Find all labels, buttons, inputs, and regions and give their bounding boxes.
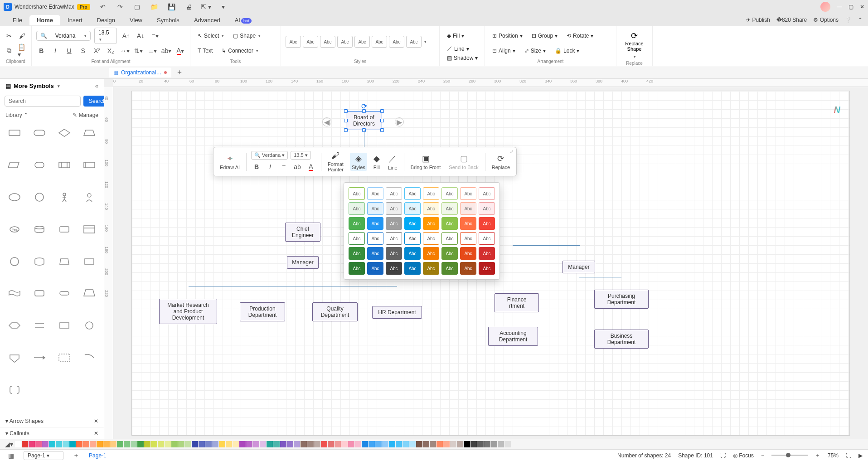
float-italic-icon[interactable]: I — [265, 161, 276, 172]
color-swatch[interactable] — [76, 441, 82, 447]
strike-icon[interactable]: S — [78, 45, 88, 56]
color-swatch[interactable] — [239, 441, 246, 447]
presentation-icon[interactable]: ▶ — [858, 452, 863, 459]
color-swatch[interactable] — [56, 441, 62, 447]
share-button[interactable]: �820 Share — [776, 17, 807, 23]
color-swatch[interactable] — [348, 441, 354, 447]
style-preset[interactable]: Abc — [320, 36, 335, 48]
color-swatch[interactable] — [375, 441, 382, 447]
org-box-purchasing[interactable]: Purchasing Department — [594, 290, 649, 309]
style-cell[interactable]: Abc — [441, 262, 458, 275]
add-page-icon[interactable]: ＋ — [71, 450, 82, 461]
bullets-icon[interactable]: ≣▾ — [147, 45, 158, 56]
float-line-button[interactable]: ／Line — [386, 152, 399, 171]
shape-stencil[interactable] — [78, 221, 100, 238]
shape-stencil[interactable] — [53, 349, 76, 366]
shape-stencil[interactable] — [29, 317, 51, 334]
color-swatch[interactable] — [477, 441, 484, 447]
shape-stencil[interactable] — [4, 253, 26, 270]
style-cell[interactable]: Abc — [423, 232, 439, 245]
menu-home[interactable]: Home — [29, 15, 60, 25]
subscript-icon[interactable]: X₂ — [106, 45, 116, 56]
style-preset[interactable]: Abc — [354, 36, 370, 48]
shape-stencil[interactable] — [78, 189, 100, 205]
text-button[interactable]: T Text — [195, 46, 215, 55]
style-cell[interactable]: Abc — [423, 202, 439, 215]
shape-stencil[interactable] — [78, 285, 100, 301]
color-swatch[interactable] — [22, 441, 28, 447]
style-cell[interactable]: Abc — [367, 187, 383, 200]
maximize-icon[interactable]: ▢ — [849, 4, 853, 10]
menu-design[interactable]: Design — [90, 15, 122, 25]
menu-symbols[interactable]: Symbols — [150, 15, 187, 25]
style-cell[interactable]: Abc — [441, 187, 458, 200]
style-cell[interactable]: Abc — [367, 232, 383, 245]
color-swatch[interactable] — [131, 441, 137, 447]
style-cell[interactable]: Abc — [386, 217, 402, 230]
page-link[interactable]: Page-1 — [89, 452, 107, 459]
color-swatch[interactable] — [328, 441, 334, 447]
style-cell[interactable]: Abc — [349, 247, 365, 260]
float-format-painter-button[interactable]: 🖌Format Painter — [326, 150, 345, 173]
color-swatch[interactable] — [178, 441, 184, 447]
zoom-in-icon[interactable]: ＋ — [815, 451, 820, 459]
zoom-out-icon[interactable]: − — [761, 452, 764, 459]
color-swatch[interactable] — [287, 441, 293, 447]
style-cell[interactable]: Abc — [349, 187, 365, 200]
style-cell[interactable]: Abc — [479, 247, 495, 260]
style-cell[interactable]: Abc — [349, 232, 365, 245]
shape-stencil[interactable] — [29, 253, 51, 270]
panel-collapse-icon[interactable]: « — [95, 82, 98, 89]
export-icon[interactable]: ⇱ ▾ — [201, 1, 212, 12]
style-cell[interactable]: Abc — [349, 202, 365, 215]
color-swatch[interactable] — [389, 441, 395, 447]
fullscreen-icon[interactable]: ⛶ — [846, 452, 851, 459]
nav-right-icon[interactable]: ▶ — [395, 117, 404, 126]
shape-stencil[interactable] — [4, 125, 26, 141]
style-preset[interactable]: Abc — [286, 36, 301, 48]
bold-icon[interactable]: B — [36, 45, 47, 56]
shape-stencil[interactable] — [53, 317, 76, 334]
color-swatch[interactable] — [382, 441, 388, 447]
fit-page-icon[interactable]: ⛶ — [720, 452, 726, 459]
style-cell[interactable]: Abc — [404, 232, 421, 245]
style-cell[interactable]: Abc — [404, 262, 421, 275]
color-swatch[interactable] — [260, 441, 266, 447]
style-cell[interactable]: Abc — [367, 262, 383, 275]
color-swatch[interactable] — [144, 441, 150, 447]
style-cell[interactable]: Abc — [423, 187, 439, 200]
color-swatch[interactable] — [29, 441, 35, 447]
color-swatch[interactable] — [124, 441, 130, 447]
style-preset[interactable]: Abc — [406, 36, 422, 48]
format-painter-icon[interactable]: 🖌 — [18, 30, 27, 41]
style-preset[interactable]: Abc — [389, 36, 404, 48]
menu-ai[interactable]: AIhot — [228, 15, 259, 25]
style-cell[interactable]: Abc — [423, 217, 439, 230]
shape-stencil[interactable] — [29, 349, 51, 366]
style-preset[interactable]: Abc — [303, 36, 318, 48]
group-button[interactable]: ⊡ Group▾ — [529, 31, 560, 40]
float-collapse-icon[interactable]: ⤢ — [510, 149, 514, 154]
float-highlight-icon[interactable]: ab — [292, 161, 303, 172]
style-cell[interactable]: Abc — [386, 232, 402, 245]
color-swatch[interactable] — [396, 441, 402, 447]
shape-stencil[interactable] — [53, 189, 76, 205]
org-box-finance[interactable]: Finance rtment — [495, 293, 539, 312]
size-button[interactable]: ⤢ Size▾ — [522, 46, 548, 55]
color-swatch[interactable] — [137, 441, 144, 447]
style-cell[interactable]: Abc — [367, 202, 383, 215]
user-avatar[interactable] — [820, 2, 830, 12]
style-cell[interactable]: Abc — [479, 262, 495, 275]
color-swatch[interactable] — [205, 441, 212, 447]
float-send-back-button[interactable]: ▢Send to Back — [447, 153, 480, 171]
highlight-icon[interactable]: ab▾ — [161, 45, 172, 56]
org-box-board[interactable]: Board of Directors — [346, 111, 382, 130]
color-swatch[interactable] — [355, 441, 361, 447]
shape-stencil[interactable] — [4, 317, 26, 334]
style-cell[interactable]: Abc — [404, 247, 421, 260]
color-swatch[interactable] — [273, 441, 280, 447]
org-box-market[interactable]: Market Research and Product Development — [159, 299, 217, 324]
color-swatch[interactable] — [457, 441, 463, 447]
color-swatch[interactable] — [97, 441, 103, 447]
color-swatch[interactable] — [63, 441, 69, 447]
